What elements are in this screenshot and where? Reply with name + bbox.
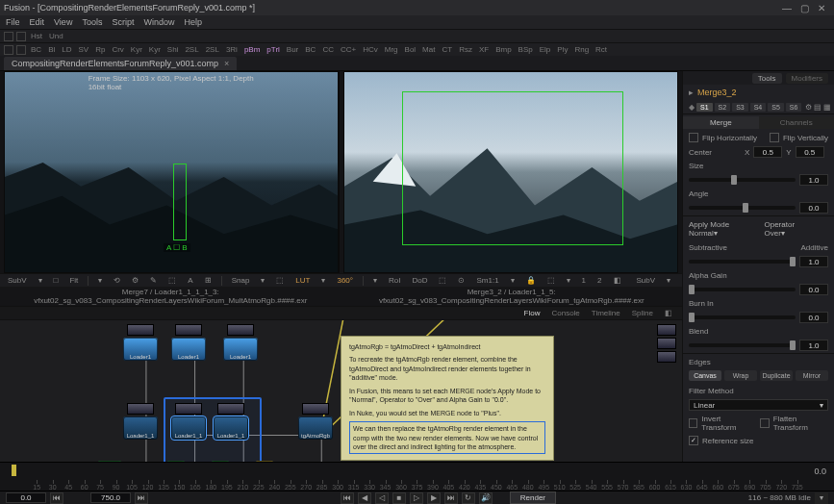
- tool-shortcut[interactable]: Rct: [594, 45, 609, 54]
- viewer-tb-button[interactable]: ▾: [94, 275, 106, 286]
- tool-shortcut[interactable]: 3Ri: [224, 45, 240, 54]
- undo-button[interactable]: Und: [47, 32, 65, 40]
- go-first-icon[interactable]: ⏮: [341, 492, 354, 504]
- burnin-field[interactable]: [799, 312, 828, 323]
- tool-shortcut[interactable]: HCv: [361, 45, 380, 54]
- skip-end-icon[interactable]: ⏭: [135, 492, 148, 504]
- blend-field[interactable]: [799, 340, 828, 351]
- tool-shortcut[interactable]: Kyr: [129, 45, 144, 54]
- viewer-tb-button[interactable]: 🔒: [522, 275, 540, 286]
- subtab[interactable]: S6: [786, 103, 802, 112]
- subtab[interactable]: S4: [750, 103, 767, 112]
- tool-shortcut[interactable]: Ply: [555, 45, 569, 54]
- tool-shortcut[interactable]: BC: [303, 45, 317, 54]
- center-y-field[interactable]: [796, 146, 824, 158]
- tab-spline[interactable]: Spline: [632, 309, 653, 317]
- tab-timeline[interactable]: Timeline: [592, 309, 620, 317]
- section-merge[interactable]: Merge: [683, 116, 759, 129]
- node-loader[interactable]: Loader1_1: [214, 416, 248, 440]
- blend-slider[interactable]: [689, 343, 796, 347]
- tool-shortcut[interactable]: CC: [320, 45, 336, 54]
- viewer-tb-button[interactable]: ⬚: [435, 275, 450, 286]
- viewer-tb-button[interactable]: ⬚: [543, 275, 559, 286]
- alphagain-field[interactable]: [799, 284, 828, 295]
- tool-shortcut[interactable]: Bur: [285, 45, 300, 54]
- tool-shortcut[interactable]: 2SL: [183, 45, 200, 54]
- minimize-icon[interactable]: —: [778, 1, 796, 14]
- viewer-tb-button[interactable]: Fit: [65, 275, 82, 286]
- additive-field[interactable]: [799, 256, 828, 267]
- node-loader[interactable]: Loader1: [171, 338, 206, 361]
- node-loader[interactable]: tgAtmoRgb: [298, 416, 333, 440]
- tool-shortcut[interactable]: Bmp: [493, 45, 513, 54]
- menu-help[interactable]: Help: [184, 17, 202, 27]
- viewer-tb-button[interactable]: ⬚: [272, 275, 288, 286]
- range-end-field[interactable]: [90, 492, 131, 503]
- tab-layout-icon[interactable]: ◧: [665, 309, 672, 317]
- viewer-tb-button[interactable]: 360°: [333, 275, 357, 286]
- go-last-icon[interactable]: ⏭: [444, 492, 458, 504]
- node-merge-selected[interactable]: Merge3_2: [254, 461, 275, 462]
- viewer-tb-button[interactable]: RoI: [385, 275, 404, 286]
- tool-shortcut[interactable]: Mat: [420, 45, 437, 54]
- grid-icon[interactable]: ▦: [823, 102, 831, 112]
- flow-navigator[interactable]: [657, 324, 676, 363]
- center-x-field[interactable]: [753, 146, 782, 158]
- flow-graph[interactable]: Loader1 Loader1 Loader1 Loader1_1 Loader…: [0, 319, 682, 462]
- applymode-select[interactable]: Normal▾: [689, 229, 753, 238]
- viewer-tb-button[interactable]: ▾: [563, 275, 574, 286]
- node-loader[interactable]: Loader1_1: [171, 416, 206, 440]
- viewer-tb-button[interactable]: ▾: [257, 275, 268, 286]
- tool-shortcut[interactable]: 2SL: [204, 45, 221, 54]
- viewer-tb-button[interactable]: DoD: [408, 275, 431, 286]
- subtab[interactable]: S5: [768, 103, 784, 112]
- flatten-checkbox[interactable]: [760, 418, 769, 428]
- viewer-tb-button[interactable]: Sm1:1: [472, 275, 502, 286]
- tool-shortcut[interactable]: Rsz: [457, 45, 474, 54]
- flip-v-checkbox[interactable]: [770, 133, 779, 142]
- overlay-marker[interactable]: [173, 164, 187, 240]
- toolbar-box-icon[interactable]: [4, 45, 13, 55]
- viewer-tb-button[interactable]: ▾: [663, 275, 674, 286]
- section-channels[interactable]: Channels: [759, 116, 835, 129]
- viewer-tb-button[interactable]: SubV: [4, 275, 31, 286]
- filter-select[interactable]: Linear▾: [689, 399, 828, 411]
- tool-shortcut[interactable]: CT: [440, 45, 454, 54]
- tool-shortcut[interactable]: pTrl: [265, 45, 281, 54]
- subtab[interactable]: S1: [696, 103, 713, 112]
- maximize-icon[interactable]: ▢: [796, 1, 813, 14]
- tool-shortcut[interactable]: Elp: [538, 45, 553, 54]
- refsize-checkbox[interactable]: ✓: [689, 436, 698, 445]
- viewer-tb-button[interactable]: ⬚: [164, 275, 180, 286]
- tab-modifiers[interactable]: Modifiers: [786, 73, 828, 84]
- time-ruler[interactable]: 1530456075901051201351501651801952102252…: [0, 463, 834, 491]
- subadd-slider[interactable]: [689, 260, 796, 264]
- invert-checkbox[interactable]: [689, 418, 697, 428]
- stop-icon[interactable]: ■: [392, 492, 406, 504]
- burnin-slider[interactable]: [689, 315, 796, 319]
- overlay-region[interactable]: [402, 91, 623, 245]
- tool-shortcut[interactable]: Rng: [572, 45, 591, 54]
- alphagain-slider[interactable]: [689, 288, 796, 291]
- tool-shortcut[interactable]: SV: [76, 45, 90, 54]
- range-start-field[interactable]: [6, 492, 46, 503]
- history-button[interactable]: Hst: [29, 32, 44, 40]
- ab-compare-label[interactable]: A ☐ B: [164, 243, 190, 252]
- tool-shortcut[interactable]: Shi: [165, 45, 181, 54]
- edge-wrap-button[interactable]: Wrap: [724, 370, 757, 381]
- keyframe-icon[interactable]: ◆: [689, 103, 695, 112]
- step-back-icon[interactable]: ◀: [358, 492, 371, 504]
- render-button[interactable]: Render: [510, 491, 556, 504]
- tool-shortcut[interactable]: XF: [477, 45, 491, 54]
- play-back-icon[interactable]: ◁: [375, 492, 389, 504]
- node-merge[interactable]: Merge3_1: [210, 461, 231, 462]
- tool-shortcut[interactable]: Crv: [110, 45, 125, 54]
- inspector-header[interactable]: ▸ Merge3_2: [683, 85, 834, 100]
- viewer-tb-button[interactable]: ▾: [369, 275, 381, 286]
- angle-slider[interactable]: [689, 206, 796, 210]
- viewer-tb-button[interactable]: ✎: [146, 275, 161, 286]
- viewer-tb-button[interactable]: LUT: [291, 275, 314, 286]
- viewer-tb-button[interactable]: ⟲: [110, 275, 124, 286]
- tool-shortcut[interactable]: Bl: [46, 45, 57, 54]
- viewer-tb-button[interactable]: □: [50, 275, 63, 286]
